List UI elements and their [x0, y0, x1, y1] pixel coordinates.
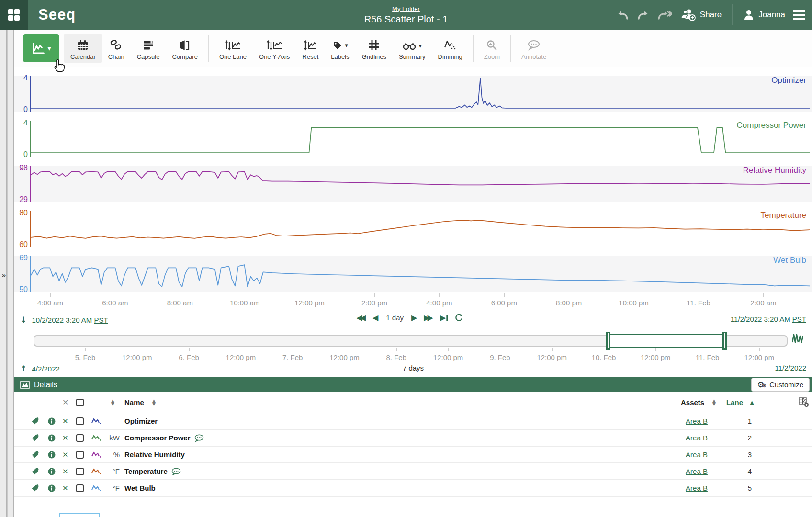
display-range-start[interactable]: ↓ 10/2/2022 3:20 AM PST [20, 315, 108, 325]
toolbar-button-capsule[interactable]: Capsule [131, 34, 166, 63]
toolbar-button-gridlines[interactable]: Gridlines [356, 34, 393, 63]
step-to-end-button[interactable]: ▶ [440, 313, 448, 322]
info-icon[interactable] [48, 447, 56, 462]
expand-panel-strip-1[interactable]: » [0, 30, 7, 517]
signal-name[interactable]: Wet Bulb [124, 480, 156, 496]
auto-update-icon[interactable] [792, 333, 803, 344]
row-checkbox[interactable] [76, 430, 84, 446]
timezone-link[interactable]: PST [792, 315, 806, 323]
toolbar-button-chain[interactable]: Chain [102, 34, 131, 63]
toolbar-button-calendar[interactable]: Calendar [64, 34, 102, 63]
asset-link[interactable]: Area B [682, 430, 711, 446]
chart-lane-wet-bulb[interactable]: 6950Wet Bulb [14, 256, 812, 292]
redo-icon[interactable] [637, 9, 649, 21]
timezone-link[interactable]: PST [94, 316, 108, 324]
toolbar-label: Capsule [137, 53, 160, 60]
info-icon[interactable] [48, 430, 56, 446]
app-logo[interactable]: Seeq [38, 6, 76, 23]
asset-link[interactable]: Area B [682, 480, 711, 496]
chart-lane-relative-humidity[interactable]: 9829Relative Humidity [14, 166, 812, 202]
info-icon[interactable] [48, 463, 56, 479]
step-back-much-button[interactable]: ◀◀ [356, 313, 366, 322]
step-size-label[interactable]: 1 day [386, 314, 404, 322]
comment-icon[interactable] [194, 434, 204, 442]
signal-name[interactable]: Optimizer [124, 413, 158, 429]
step-back-button[interactable]: ◀ [372, 313, 378, 322]
remove-signal-button[interactable]: ✕ [62, 480, 68, 496]
remove-signal-button[interactable]: ✕ [62, 447, 68, 462]
signal-name[interactable]: Temperature [124, 463, 181, 479]
table-row[interactable]: ✕ % Relative Humidity Area B 3 [14, 447, 812, 463]
sort-ascending-icon[interactable]: ▲ [750, 392, 754, 413]
asset-link[interactable]: Area B [682, 447, 711, 462]
chart-lane-compressor-power[interactable]: 40Compressor Power [14, 121, 812, 157]
breadcrumb[interactable]: My Folder [392, 5, 420, 12]
row-checkbox[interactable] [76, 413, 84, 429]
toolbar-button-one-y-axis[interactable]: One Y-Axis [253, 34, 296, 63]
toolbar-button-labels[interactable]: ▾ Labels [325, 34, 355, 63]
display-range-end[interactable]: 11/2/2022 3:20 AM PST [731, 315, 806, 323]
toolbar-button-one-lane[interactable]: One Lane [213, 34, 253, 63]
info-icon[interactable] [48, 413, 56, 429]
toolbar-button-summary[interactable]: ▾ Summary [393, 34, 432, 63]
navigate-rocket-icon[interactable] [31, 480, 39, 496]
sort-icon[interactable]: ▲▼ [712, 392, 716, 413]
customize-button[interactable]: ⚙⚙ Customize [751, 378, 810, 392]
refresh-icon[interactable] [454, 313, 463, 322]
comment-icon[interactable] [171, 468, 181, 475]
overview-tick [448, 348, 449, 351]
asset-link[interactable]: Area B [682, 413, 711, 429]
step-forward-button[interactable]: ▶ [411, 313, 417, 322]
remove-signal-button[interactable]: ✕ [62, 430, 68, 446]
step-forward-much-button[interactable]: ▶▶ [424, 313, 433, 322]
toolbar-separator [208, 35, 209, 62]
expand-panel-strip-2[interactable]: » [7, 30, 14, 517]
redo-all-icon[interactable] [657, 9, 672, 21]
row-checkbox[interactable] [76, 463, 84, 479]
remove-signal-button[interactable]: ✕ [62, 413, 68, 429]
asset-link[interactable]: Area B [682, 463, 711, 479]
add-column-button[interactable] [799, 392, 809, 413]
info-icon[interactable] [48, 480, 56, 496]
signal-name[interactable]: Compressor Power [124, 430, 204, 446]
table-row[interactable]: ✕ °F Temperature Area B 4 [14, 463, 812, 480]
overview-selected-range[interactable] [608, 334, 725, 348]
chart-lane-optimizer[interactable]: 40Optimizer [14, 76, 812, 112]
remove-all-button[interactable]: ✕ [62, 392, 68, 413]
column-header-assets[interactable]: Assets [681, 392, 704, 413]
remove-signal-button[interactable]: ✕ [62, 463, 68, 479]
toolbar-button-dimming[interactable]: Dimming [432, 34, 469, 63]
column-header-name[interactable]: Name [124, 392, 144, 413]
row-checkbox[interactable] [76, 480, 84, 496]
row-checkbox[interactable] [76, 447, 84, 462]
column-header-lane[interactable]: Lane [726, 392, 743, 413]
app-switcher-button[interactable] [0, 0, 28, 30]
signal-unit: °F [102, 480, 120, 496]
hamburger-menu-button[interactable] [793, 10, 805, 20]
share-button[interactable]: Share [680, 8, 722, 22]
trend-chart[interactable]: 40Optimizer40Compressor Power9829Relativ… [14, 67, 812, 313]
table-row[interactable]: ✕ Optimizer Area B 1 [14, 413, 812, 430]
navigate-rocket-icon[interactable] [31, 413, 39, 429]
sort-icon[interactable]: ▲▼ [111, 392, 114, 413]
overview-duration[interactable]: 7 days [14, 364, 812, 372]
navigate-rocket-icon[interactable] [31, 447, 39, 462]
chevrons-right-icon[interactable]: » [0, 271, 7, 279]
undo-icon[interactable] [617, 9, 629, 21]
table-row[interactable]: ✕ °F Wet Bulb Area B 5 [14, 480, 812, 497]
user-menu[interactable]: Joanna [743, 9, 785, 21]
chevron-down-icon: ▾ [47, 44, 51, 53]
signal-name[interactable]: Relative Humidity [124, 447, 185, 462]
display-range-start-text[interactable]: 10/2/2022 3:20 AM [32, 316, 92, 324]
navigate-rocket-icon[interactable] [31, 463, 39, 479]
toolbar-button-reset[interactable]: Reset [296, 34, 325, 63]
sort-icon[interactable]: ▲▼ [152, 392, 156, 413]
toolbar-button-compare[interactable]: Compare [166, 34, 203, 63]
select-all-checkbox[interactable] [76, 392, 84, 413]
display-range-end-text[interactable]: 11/2/2022 3:20 AM [731, 315, 790, 323]
overview-end-date[interactable]: 11/2/2022 [775, 364, 806, 372]
view-mode-button[interactable]: ▾ [23, 34, 59, 62]
table-row[interactable]: ✕ kW Compressor Power Area B 2 [14, 430, 812, 447]
navigate-rocket-icon[interactable] [31, 430, 39, 446]
chart-lane-temperature[interactable]: 8060Temperature [14, 211, 812, 247]
